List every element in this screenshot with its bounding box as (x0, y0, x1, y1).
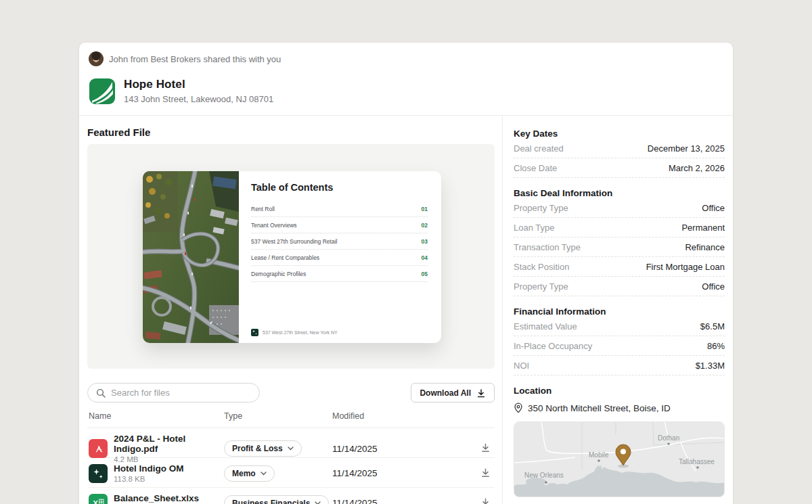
key-dates-section: Key Dates Deal created December 13, 2025… (514, 129, 725, 178)
file-search-box[interactable] (87, 383, 260, 403)
deal-identity-row: Hope Hotel 143 John Street, Lakewood, NJ… (89, 78, 723, 104)
deal-info-sidebar: Key Dates Deal created December 13, 2025… (503, 116, 733, 504)
deal-title-block: Hope Hotel 143 John Street, Lakewood, NJ… (124, 78, 273, 104)
location-address: 350 North Mitchell Street, Boise, ID (528, 403, 671, 413)
sparkle-icon (251, 329, 258, 336)
deal-name: Hope Hotel (124, 78, 273, 91)
featured-file-title: Featured File (87, 127, 495, 138)
file-type-dropdown[interactable]: Memo (224, 465, 275, 482)
kv-row: In-Place Occupancy 86% (514, 336, 725, 356)
deal-address: 143 John Street, Lakewood, NJ 08701 (124, 94, 273, 104)
deal-share-card: John from Best Brokers shared this with … (78, 42, 734, 504)
file-name: 2024 P&L - Hotel Indigo.pdf (114, 434, 224, 454)
basic-deal-section: Basic Deal Information Property Type Off… (514, 188, 725, 296)
featured-file-preview[interactable]: Table of Contents Rent Roll 01 Tenant Ov… (143, 171, 441, 343)
shared-by-row: John from Best Brokers shared this with … (89, 51, 723, 66)
file-modified-date: 11/14/2025 (332, 444, 470, 454)
file-name: Hotel Indigo OM (114, 463, 184, 474)
column-header-name: Name (89, 411, 224, 421)
download-file-button[interactable] (479, 496, 492, 504)
download-file-button[interactable] (479, 466, 492, 481)
kv-row: Estimated Value $6.5M (514, 317, 725, 336)
file-size: 4.2 MB (114, 455, 224, 463)
aerial-photo-thumbnail (143, 171, 239, 343)
kv-row: Property Type Office (514, 198, 725, 218)
map-label-new-orleans: New Orleans (524, 472, 564, 479)
download-icon (480, 497, 491, 504)
map-label-tallahassee: Tallahassee (679, 458, 715, 465)
map-label-dothan: Dothan (658, 434, 679, 442)
search-input[interactable] (111, 388, 251, 398)
file-type-dropdown[interactable]: Profit & Loss (224, 440, 302, 457)
toc-footer-address: 537 West 27th Street, New York NY (263, 330, 338, 335)
excel-file-icon: X (89, 494, 108, 504)
file-modified-date: 11/14/2025 (332, 498, 470, 504)
financial-section: Financial Information Estimated Value $6… (514, 306, 725, 375)
chevron-down-icon (288, 446, 294, 451)
file-type-dropdown[interactable]: Business Financials (224, 495, 329, 504)
toc-item: Demographic Profiles 05 (251, 266, 428, 282)
files-toolbar: Download All (87, 383, 495, 403)
file-table-header: Name Type Modified (87, 403, 495, 428)
section-title: Financial Information (514, 306, 725, 317)
toc-footer: 537 West 27th Street, New York NY (251, 329, 338, 336)
card-header: John from Best Brokers shared this with … (79, 43, 733, 116)
location-section: Location 350 North Mitchell Street, Bois… (514, 386, 725, 497)
section-title: Location (514, 386, 725, 396)
toc-item: 537 West 27th Surrounding Retail 03 (251, 233, 428, 250)
map-label-mobile: Mobile (589, 451, 609, 459)
chevron-down-icon (261, 472, 267, 476)
kv-row: Property Type Office (514, 277, 725, 296)
file-row-pdf[interactable]: 2024 P&L - Hotel Indigo.pdf 4.2 MB Profi… (87, 428, 495, 458)
kv-row: Stack Position First Mortgage Loan (514, 257, 725, 277)
file-modified-date: 11/14/2025 (332, 468, 470, 478)
deal-logo-icon (89, 78, 115, 104)
map-pin-outline-icon (514, 403, 523, 413)
location-address-row: 350 North Mitchell Street, Boise, ID (514, 403, 725, 413)
pdf-file-icon (89, 439, 108, 458)
search-icon (96, 388, 106, 398)
kv-row: Transaction Type Refinance (514, 237, 725, 257)
featured-file-box: Table of Contents Rent Roll 01 Tenant Ov… (87, 144, 495, 369)
file-row-xlsx[interactable]: X Balance_Sheet.xlxs 43.8 KB (87, 488, 495, 504)
kv-row: NOI $1.33M (514, 356, 725, 375)
download-icon (476, 388, 486, 398)
shared-by-text: John from Best Brokers shared this with … (109, 54, 281, 64)
toc-title: Table of Contents (251, 182, 428, 193)
download-file-button[interactable] (479, 441, 492, 456)
download-all-button[interactable]: Download All (411, 383, 495, 403)
download-icon (480, 467, 491, 478)
section-title: Key Dates (514, 129, 725, 139)
sparkle-file-icon (89, 464, 108, 483)
kv-row: Deal created December 13, 2025 (514, 139, 725, 158)
column-header-type: Type (224, 411, 332, 421)
toc-item: Rent Roll 01 (251, 201, 428, 217)
file-name: Balance_Sheet.xlxs (114, 493, 199, 503)
main-pane: Featured File (79, 116, 503, 504)
download-icon (480, 442, 491, 453)
broker-avatar (89, 51, 104, 66)
column-header-modified: Modified (332, 411, 470, 421)
kv-row: Loan Type Permanent (514, 218, 725, 237)
table-of-contents-panel: Table of Contents Rent Roll 01 Tenant Ov… (239, 171, 441, 343)
chevron-down-icon (315, 501, 321, 504)
section-title: Basic Deal Information (514, 188, 725, 198)
location-map[interactable]: New Orleans Mobile Dothan Tallahassee (514, 421, 725, 497)
toc-item: Tenant Overviews 02 (251, 217, 428, 233)
toc-item: Lease / Rent Comparables 04 (251, 250, 428, 266)
kv-row: Close Date March 2, 2026 (514, 158, 725, 178)
file-size: 113.8 KB (114, 475, 184, 483)
svg-text:X: X (93, 499, 99, 504)
